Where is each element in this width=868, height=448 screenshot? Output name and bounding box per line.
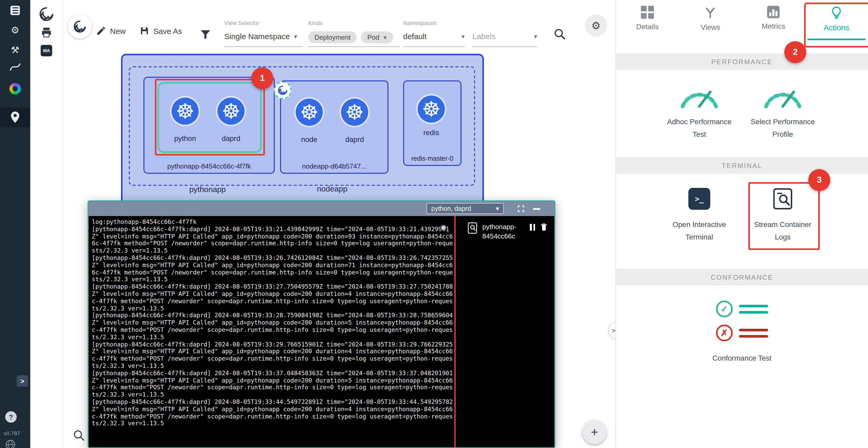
filter-button[interactable] <box>199 28 212 43</box>
new-button[interactable]: New <box>96 26 126 36</box>
chevron-down-icon: ▾ <box>294 33 297 40</box>
panel-collapse-button[interactable]: > <box>609 322 615 339</box>
labels-select[interactable]: Labels ▾ <box>472 32 537 41</box>
magnifier-icon <box>72 429 86 442</box>
log-text: log:pythonapp-8454cc66c-4f7fk [pythonapp… <box>89 216 454 427</box>
funnel-icon <box>199 28 212 41</box>
pod-label: redis-master-0 <box>404 155 461 162</box>
settings-button[interactable]: ⚙ <box>585 14 607 36</box>
search-button[interactable] <box>553 28 566 43</box>
wa-badge: WA <box>41 45 52 56</box>
grid-icon <box>641 6 654 19</box>
pod-box-redis[interactable]: redis-master-0 <box>403 80 462 166</box>
archive-app-icon[interactable] <box>30 26 63 39</box>
tab-details[interactable]: Details <box>616 0 679 45</box>
toolkit-icon[interactable]: ⚒ <box>0 43 30 57</box>
gauge-icon <box>761 83 805 109</box>
container-selector-dropdown[interactable]: python, daprd ▾ <box>427 203 504 214</box>
fail-lines-icon <box>739 328 768 337</box>
pod-box-nodeapp[interactable]: nodeapp-d64b5747... <box>280 80 389 174</box>
printer-icon <box>40 26 53 39</box>
location-pin-icon <box>10 111 20 124</box>
terminal-body: log:pythonapp-8454cc66c-4f7fk [pythonapp… <box>89 216 554 447</box>
kubernetes-wheel-icon: ☸ <box>300 102 319 123</box>
select-performance-profile-action[interactable]: Select Performance Profile <box>725 83 840 140</box>
namespace-select[interactable]: default ▾ <box>403 32 465 41</box>
container-redis-icon[interactable]: ☸ <box>418 95 445 123</box>
view-selector-value: Single Namespace <box>224 32 290 41</box>
container-node-icon[interactable]: ☸ <box>296 99 323 126</box>
tab-views[interactable]: Views <box>679 0 742 45</box>
container-label-redis: redis <box>415 128 447 137</box>
terminal-prompt-icon: >_ <box>688 188 710 210</box>
delete-stream-button[interactable] <box>540 223 548 234</box>
app-window: ⚙ ⚒ > ? v0.787 <box>0 0 868 448</box>
chevron-down-icon: ▾ <box>462 33 465 40</box>
action-label: Terminal <box>685 231 713 243</box>
terminal-header[interactable]: python, daprd ▾ <box>89 202 554 216</box>
log-source-item[interactable]: pythonapp- 8454cc66c <box>456 216 554 241</box>
chevron-right-icon: > <box>20 377 24 385</box>
check-circle-icon: ✓ <box>716 301 733 317</box>
annotation-rect-1 <box>155 79 265 155</box>
namespace-underline <box>403 47 465 47</box>
gear-icon: ⚙ <box>591 19 601 32</box>
view-selector-label: View Selector <box>224 20 259 26</box>
fullscreen-button[interactable] <box>517 205 525 215</box>
pause-stream-button[interactable] <box>530 224 535 231</box>
log-search-button[interactable] <box>439 223 450 236</box>
curve-tool-icon[interactable] <box>0 59 30 74</box>
gauge-icon <box>677 83 721 109</box>
mesh-icon-button[interactable] <box>0 81 30 96</box>
action-label: Test <box>692 128 706 140</box>
view-selector-select[interactable]: Single Namespace ▾ <box>224 32 297 41</box>
gear-icon: ⚙ <box>11 26 19 35</box>
plus-icon: + <box>591 425 598 439</box>
dapr-app-icon[interactable] <box>30 6 63 22</box>
kind-chip-pod[interactable]: Pod ▾ <box>361 31 393 43</box>
annotation-rect-3 <box>748 182 820 250</box>
question-icon: ? <box>9 413 13 421</box>
spiral-icon <box>277 85 288 95</box>
chevron-down-icon: ▾ <box>534 33 537 40</box>
dashboard-menu-icon[interactable] <box>0 3 30 18</box>
chevron-down-icon: ▾ <box>383 34 387 41</box>
log-source-name: pythonapp- 8454cc66c <box>483 222 516 241</box>
help-button[interactable]: ? <box>5 411 17 423</box>
tools-icon: ⚒ <box>11 46 19 55</box>
design-logo-button[interactable] <box>68 14 92 39</box>
container-daprd2-icon[interactable]: ☸ <box>341 99 368 126</box>
add-node-button[interactable]: + <box>583 420 607 444</box>
pod-label: pythonapp-8454cc66c-4f7fk <box>145 162 274 170</box>
log-stream-area[interactable]: log:pythonapp-8454cc66c-4f7fk [pythonapp… <box>89 216 454 447</box>
mesh-ring-icon <box>9 83 21 94</box>
canvas-zoom-button[interactable] <box>72 429 86 444</box>
labels-underline <box>472 47 537 47</box>
labels-placeholder: Labels <box>472 32 495 41</box>
kinds-select: Deployment Pod ▾ <box>308 31 393 43</box>
container-log-icon <box>467 222 478 234</box>
minimize-button[interactable] <box>533 208 540 210</box>
right-dock-panel: Details Views Metrics Act <box>615 0 868 448</box>
location-nav-item-active[interactable] <box>0 108 30 127</box>
pencil-icon <box>96 26 106 36</box>
kind-chip-deployment[interactable]: Deployment <box>308 31 357 43</box>
pass-lines-icon <box>739 304 768 313</box>
curve-icon <box>9 62 21 71</box>
views-icon <box>704 6 717 19</box>
performance-section-header: PERFORMANCE <box>616 53 868 70</box>
tab-metrics[interactable]: Metrics <box>742 0 805 45</box>
deployment-label-pythonapp: pythonapp <box>176 185 239 193</box>
metrics-icon <box>767 6 780 18</box>
container-selector-value: python, daprd <box>431 205 471 212</box>
namespace-value: default <box>403 32 427 41</box>
spiral-icon <box>73 20 87 33</box>
conformance-test-action[interactable]: ✓ ✗ Conformance Test <box>616 301 868 364</box>
wa-app-icon[interactable]: WA <box>30 45 63 56</box>
settings-gears-icon[interactable]: ⚙ <box>0 23 30 37</box>
save-as-button[interactable]: Save As <box>139 26 182 36</box>
annotation-badge-2: 2 <box>784 41 806 63</box>
sidebar-expand-button[interactable]: > <box>17 375 28 387</box>
globe-icon[interactable] <box>5 439 16 448</box>
search-icon <box>439 223 450 234</box>
